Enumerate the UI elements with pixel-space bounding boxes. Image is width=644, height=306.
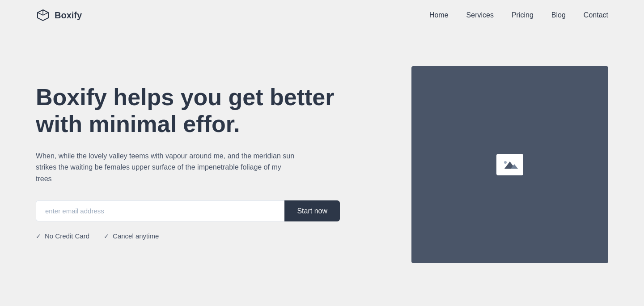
hero-image-area [411, 66, 608, 263]
hero-content: Boxify helps you get better with minimal… [36, 66, 340, 240]
main-nav: Home Services Pricing Blog Contact [429, 11, 608, 19]
perk-label-0: No Credit Card [45, 232, 89, 240]
hero-description: When, while the lovely valley teems with… [36, 150, 295, 185]
logo-text: Boxify [55, 10, 82, 21]
logo[interactable]: Boxify [36, 8, 82, 22]
mountain-icon [501, 158, 519, 171]
nav-item-pricing[interactable]: Pricing [512, 11, 534, 19]
email-input[interactable] [36, 200, 284, 221]
nav-item-services[interactable]: Services [466, 11, 494, 19]
perk-no-credit-card: ✓ No Credit Card [36, 232, 89, 240]
email-form: Start now [36, 200, 340, 221]
checkmark-icon: ✓ [36, 233, 41, 240]
start-now-button[interactable]: Start now [284, 200, 340, 221]
perk-cancel-anytime: ✓ Cancel anytime [104, 232, 159, 240]
nav-item-contact[interactable]: Contact [584, 11, 608, 19]
hero-image-placeholder [411, 66, 608, 263]
perks-list: ✓ No Credit Card ✓ Cancel anytime [36, 232, 340, 240]
perk-label-1: Cancel anytime [113, 232, 159, 240]
nav-item-blog[interactable]: Blog [551, 11, 566, 19]
logo-icon [36, 8, 50, 22]
checkmark-icon-2: ✓ [104, 233, 109, 240]
image-icon [496, 154, 523, 175]
hero-title: Boxify helps you get better with minimal… [36, 84, 340, 138]
nav-item-home[interactable]: Home [429, 11, 449, 19]
svg-point-3 [504, 161, 507, 164]
